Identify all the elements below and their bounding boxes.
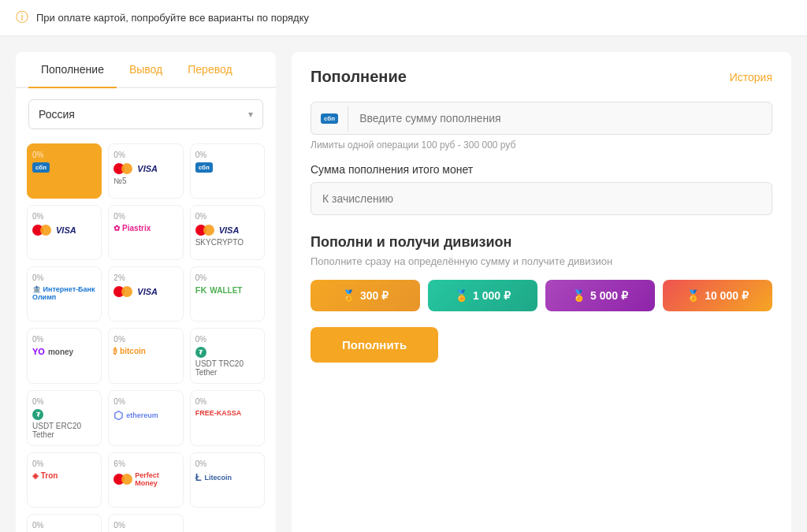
- payment-item-fk-wallet[interactable]: 0% FK WALLET: [190, 266, 265, 322]
- percent: 0%: [32, 521, 43, 530]
- pay-logo: Ł Litecoin: [195, 471, 232, 483]
- payment-item-tether-trc20[interactable]: 0% ₮ USDT TRC20 Tether: [190, 328, 265, 384]
- percent: 0%: [113, 212, 125, 221]
- division-button-300[interactable]: 🏅 300 ₽: [311, 280, 420, 311]
- percent: 0%: [113, 151, 125, 159]
- pay-logo: FK WALLET: [195, 285, 243, 295]
- percent: 6%: [113, 459, 125, 468]
- pay-logo: сбп: [32, 162, 50, 173]
- pay-logo: FREE-KASSA: [195, 409, 242, 417]
- percent: 0%: [32, 335, 43, 344]
- sbp-input-icon: сбп: [321, 113, 338, 124]
- pay-logo: VISA: [195, 224, 240, 236]
- payment-item-piastrix[interactable]: 0% ✿ Piastrix: [108, 205, 183, 260]
- payment-item-visa1[interactable]: 0% VISA: [27, 205, 102, 260]
- bitcoin-icon: ₿ bitcoin: [113, 347, 146, 355]
- payment-item-bank[interactable]: 0% 🏦 Интернет-Банк Олимп: [27, 266, 102, 322]
- wallet-label: WALLET: [210, 286, 242, 295]
- pay-name: №5: [113, 177, 126, 185]
- amount-input-row: сбп: [311, 102, 772, 135]
- tab-replenish[interactable]: Пополнение: [28, 52, 117, 88]
- freekassa-icon: FREE-KASSA: [195, 409, 242, 417]
- payment-item-skycrypto[interactable]: 0% VISA SKYCRYPTO: [190, 205, 265, 260]
- banner-text: При оплате картой, попробуйте все вариан…: [36, 12, 309, 24]
- division-label-3: 5 000 ₽: [590, 289, 628, 302]
- percent: 0%: [32, 151, 43, 159]
- payment-item-dogecoin[interactable]: 0% Ð Dogecoin: [108, 514, 183, 532]
- percent: 0%: [195, 397, 206, 406]
- tab-withdraw[interactable]: Вывод: [117, 52, 175, 88]
- mastercard-icon: [32, 224, 53, 236]
- pay-logo: VISA: [113, 285, 158, 298]
- payment-item-tron[interactable]: 0% ◈ Tron: [27, 452, 102, 508]
- limits-text: Лимиты одной операции 100 руб - 300 000 …: [311, 140, 772, 151]
- tron-icon: ◈ Tron: [32, 471, 58, 480]
- country-select[interactable]: Россия ▾: [28, 99, 263, 129]
- payment-item-mc-visa2[interactable]: 2% VISA: [108, 266, 183, 322]
- visa-icon: VISA: [219, 225, 240, 235]
- pay-logo: ₿ bitcoin: [113, 347, 146, 355]
- pay-logo: ₮: [195, 347, 206, 358]
- left-panel: Пополнение Вывод Перевод Россия ▾ 0% сбп…: [16, 52, 276, 532]
- pay-logo: ◈ Tron: [32, 471, 58, 480]
- mastercard-icon: [195, 224, 216, 236]
- ymoney-label: money: [48, 348, 73, 356]
- payment-item-ymoney[interactable]: 0% YO money: [27, 328, 102, 384]
- sum-input[interactable]: [311, 182, 772, 215]
- main-container: Пополнение Вывод Перевод Россия ▾ 0% сбп…: [0, 36, 807, 532]
- percent: 0%: [195, 273, 206, 282]
- payment-item-sbp1[interactable]: 0% сбп: [27, 143, 102, 199]
- division-button-10000[interactable]: 🏅 10 000 ₽: [663, 280, 772, 311]
- amount-input[interactable]: [348, 102, 772, 134]
- ymoney-icon: YO: [32, 347, 45, 356]
- payment-item-freekassa[interactable]: 0% FREE-KASSA: [190, 390, 265, 446]
- pay-logo: VISA: [113, 162, 158, 175]
- percent: 0%: [195, 335, 206, 344]
- payment-item-tether-erc20[interactable]: 0% ₮ USDT ERC20 Tether: [27, 390, 102, 446]
- litecoin-label: Litecoin: [205, 474, 232, 482]
- right-panel: Пополнение История сбп Лимиты одной опер…: [292, 52, 791, 532]
- percent: 0%: [195, 212, 206, 221]
- history-link[interactable]: История: [730, 71, 772, 84]
- payment-item-litecoin[interactable]: 0% Ł Litecoin: [190, 452, 265, 508]
- mastercard-icon: [113, 285, 134, 298]
- payment-item-sbp2[interactable]: 0% сбп: [190, 143, 265, 199]
- replenish-button[interactable]: Пополнить: [311, 327, 438, 363]
- payment-item-bitcoincash[interactable]: 0% ₿ Bitcoin Cash: [27, 514, 102, 532]
- percent: 0%: [32, 459, 43, 468]
- division-button-5000[interactable]: 🏅 5 000 ₽: [545, 280, 655, 311]
- top-banner: ⓘ При оплате картой, попробуйте все вари…: [0, 0, 807, 36]
- percent: 2%: [113, 273, 125, 282]
- division-subtitle: Пополните сразу на определённую сумму и …: [311, 255, 772, 267]
- percent: 0%: [113, 397, 125, 406]
- pay-logo: ⬡ ethereum: [113, 409, 158, 422]
- visa-icon: VISA: [137, 164, 158, 173]
- payment-grid: 0% сбп 0% VISA №5 0% сбп: [16, 140, 276, 532]
- ethereum-label: ethereum: [126, 411, 158, 419]
- pay-logo: ✿ Piastrix: [113, 224, 151, 233]
- division-buttons: 🏅 300 ₽ 🏅 1 000 ₽ 🏅 5 000 ₽ 🏅 10 000 ₽: [311, 280, 772, 311]
- pay-logo: Perfect Money: [113, 471, 177, 487]
- payment-item-bitcoin[interactable]: 0% ₿ bitcoin: [108, 328, 183, 384]
- ethereum-icon: ⬡: [113, 409, 123, 422]
- tether-erc20-icon: ₮: [32, 409, 43, 420]
- percent: 0%: [113, 521, 125, 530]
- mastercard-icon: [113, 162, 134, 175]
- pay-logo: VISA: [32, 224, 76, 236]
- sbp-icon: сбп: [195, 162, 213, 173]
- visa-icon: VISA: [56, 225, 76, 235]
- division-icon-4: 🏅: [686, 289, 700, 302]
- payment-item-ethereum[interactable]: 0% ⬡ ethereum: [108, 390, 183, 446]
- pay-name: USDT TRC20 Tether: [195, 359, 259, 377]
- perfect-money-icon: Perfect Money: [135, 471, 177, 487]
- division-section: Пополни и получи дивизион Пополните сраз…: [311, 234, 772, 363]
- division-button-1000[interactable]: 🏅 1 000 ₽: [428, 280, 537, 311]
- payment-item-mc-visa1[interactable]: 0% VISA №5: [108, 143, 183, 199]
- tab-transfer[interactable]: Перевод: [175, 52, 244, 88]
- payment-item-perfect[interactable]: 6% Perfect Money: [108, 452, 183, 508]
- litecoin-icon: Ł: [195, 471, 202, 483]
- percent: 0%: [113, 335, 125, 344]
- division-title: Пополни и получи дивизион: [311, 234, 772, 251]
- country-name: Россия: [39, 108, 75, 121]
- tabs: Пополнение Вывод Перевод: [16, 52, 276, 88]
